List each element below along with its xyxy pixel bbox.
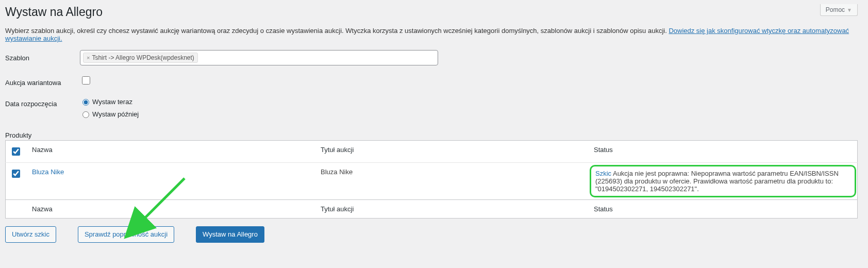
column-name[interactable]: Nazwa — [27, 141, 315, 163]
template-tag-label: Tshirt -> Allegro WPDesk(wpdesknet) — [92, 54, 194, 61]
status-highlight: Szkic Aukcja nie jest poprawna: Niepopra… — [590, 165, 856, 197]
select-all-checkbox[interactable] — [12, 147, 20, 156]
template-tag: ×Tshirt -> Allegro WPDesk(wpdesknet) — [83, 53, 198, 63]
footer-column-status: Status — [589, 200, 858, 219]
create-draft-button[interactable]: Utwórz szkic — [5, 226, 56, 243]
product-name-link[interactable]: Bluza Nike — [32, 168, 64, 176]
row-checkbox[interactable] — [12, 170, 20, 178]
chevron-down-icon: ▼ — [847, 7, 852, 13]
variant-label: Aukcja wariantowa — [5, 75, 80, 87]
template-label: Szablon — [5, 50, 80, 62]
footer-column-title: Tytuł aukcji — [315, 200, 589, 219]
start-now-radio[interactable] — [82, 99, 89, 106]
table-row: Bluza Nike Bluza Nike Szkic Aukcja nie j… — [6, 163, 858, 200]
check-auction-button[interactable]: Sprawdź poprawność aukcji — [78, 226, 174, 243]
status-text: Aukcja nie jest poprawna: Niepoprawna wa… — [595, 170, 839, 193]
template-input[interactable]: ×Tshirt -> Allegro WPDesk(wpdesknet) — [80, 50, 438, 65]
start-later-label[interactable]: Wystaw później — [92, 110, 139, 118]
products-section-label: Produkty — [5, 131, 858, 139]
products-table: Nazwa Tytuł aukcji Status Bluza Nike Blu… — [5, 140, 858, 219]
footer-column-name: Nazwa — [27, 200, 315, 219]
tag-remove-icon[interactable]: × — [87, 55, 90, 61]
auction-title: Bluza Nike — [315, 163, 589, 200]
status-link[interactable]: Szkic — [595, 170, 611, 177]
column-status[interactable]: Status — [589, 141, 858, 163]
page-title: Wystaw na Allegro — [5, 5, 858, 19]
column-title[interactable]: Tytuł aukcji — [315, 141, 589, 163]
help-tab[interactable]: Pomoc▼ — [820, 4, 858, 16]
variant-checkbox[interactable] — [82, 76, 90, 85]
start-date-label: Data rozpoczęcia — [5, 96, 80, 108]
intro-paragraph: Wybierz szablon aukcji, określ czy chces… — [5, 27, 858, 42]
help-tab-label: Pomoc — [826, 6, 845, 13]
start-now-label[interactable]: Wystaw teraz — [92, 98, 132, 106]
start-later-radio[interactable] — [82, 111, 89, 118]
publish-button[interactable]: Wystaw na Allegro — [196, 226, 264, 243]
intro-text: Wybierz szablon aukcji, określ czy chces… — [5, 27, 669, 35]
